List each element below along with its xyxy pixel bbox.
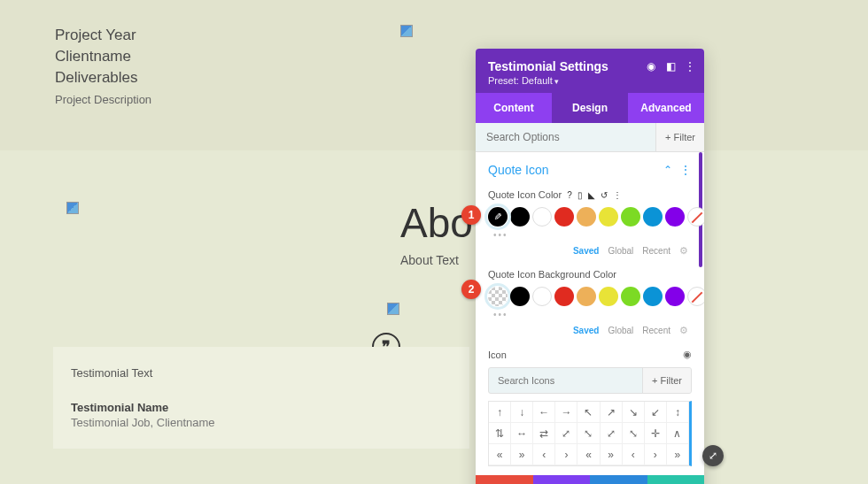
swatch-yellow[interactable] [599, 287, 618, 306]
icon-option[interactable]: ⇅ [489, 423, 511, 444]
swatch-none[interactable] [687, 207, 704, 227]
label-icon: Icon [488, 350, 507, 360]
help-icon[interactable]: ? [567, 190, 572, 200]
swatch-red[interactable] [554, 287, 574, 306]
tab-content[interactable]: Content [476, 93, 552, 123]
icon-option[interactable]: ↗ [601, 402, 623, 423]
focus-icon[interactable]: ◉ [646, 61, 656, 72]
redo-button[interactable]: ↻ [590, 475, 647, 484]
icon-option[interactable]: ← [533, 402, 555, 423]
swatch-blue[interactable] [643, 287, 663, 306]
swatch-black[interactable] [510, 207, 530, 227]
icon-option[interactable]: › [645, 444, 667, 465]
icon-option[interactable]: » [511, 444, 533, 465]
icon-option[interactable]: ↘ [623, 402, 645, 423]
save-button[interactable]: ✓ [647, 475, 705, 484]
more-icon[interactable]: ⋮ [613, 190, 622, 200]
swatch-orange[interactable] [577, 287, 596, 306]
close-button[interactable]: ✕ [476, 475, 533, 484]
broken-image-icon [400, 25, 413, 37]
swatch-eyedropper[interactable] [488, 207, 508, 227]
gear-icon[interactable]: ⚙ [679, 245, 688, 257]
icon-option[interactable]: » [667, 444, 689, 465]
swatch-green[interactable] [621, 207, 640, 227]
swatch-orange[interactable] [577, 207, 596, 227]
reset-icon[interactable]: ↺ [601, 190, 608, 200]
panel-header-actions: ◉ ◧ ⋮ [646, 61, 695, 72]
snap-icon[interactable]: ◧ [665, 61, 676, 72]
icon-option[interactable]: ↙ [645, 402, 667, 423]
tab-advanced[interactable]: Advanced [628, 93, 704, 123]
icon-option[interactable]: ⤡ [577, 423, 600, 444]
label-quote-icon-color: Quote Icon Color [488, 189, 562, 200]
search-options-row: + Filter [476, 123, 704, 152]
resize-handle-icon[interactable]: ⤢ [702, 445, 724, 466]
annotation-badge-2: 2 [461, 280, 481, 299]
icon-option[interactable]: › [555, 444, 577, 465]
icon-option[interactable]: ⤢ [601, 423, 623, 444]
swatch-expand[interactable]: ••• [488, 230, 692, 240]
swatch-transparent[interactable] [488, 287, 508, 306]
section-more-icon[interactable]: ⋮ [679, 163, 692, 177]
swatch-purple[interactable] [665, 207, 685, 227]
section-quote-icon: Quote Icon ⌃ ⋮ Quote Icon Color ? ▯ ◣ ↺ … [476, 152, 704, 336]
chevron-up-icon[interactable]: ⌃ [663, 164, 672, 176]
swatch-none[interactable] [687, 287, 704, 306]
swatch-blue[interactable] [643, 207, 663, 227]
dynamic-icon[interactable]: ◉ [683, 349, 692, 360]
testimonial-job: Testimonial Job, Clientname [71, 416, 452, 429]
swatch-white[interactable] [532, 287, 552, 306]
palette-tab-global[interactable]: Global [608, 246, 633, 256]
swatch-white[interactable] [532, 207, 552, 227]
panel-tabs: Content Design Advanced [476, 93, 704, 123]
icon-option[interactable]: » [601, 444, 623, 465]
palette-tab-saved[interactable]: Saved [573, 246, 599, 256]
icon-filter-button[interactable]: + Filter [642, 368, 691, 393]
search-options-input[interactable] [476, 123, 655, 151]
swatch-green[interactable] [621, 287, 640, 306]
icon-option[interactable]: → [555, 402, 577, 423]
palette-tab-recent[interactable]: Recent [642, 326, 670, 335]
palette-tab-recent[interactable]: Recent [642, 246, 670, 256]
about-heading: Abo [400, 199, 473, 247]
icon-option[interactable]: ↕ [667, 402, 689, 423]
filter-button[interactable]: + Filter [655, 123, 704, 151]
gear-icon[interactable]: ⚙ [679, 325, 688, 336]
panel-preset[interactable]: Preset: Default [488, 75, 692, 86]
panel-header[interactable]: Testimonial Settings Preset: Default ◉ ◧… [476, 49, 704, 93]
icon-option[interactable]: ⤢ [555, 423, 577, 444]
icon-option[interactable]: ‹ [623, 444, 645, 465]
testimonial-module[interactable]: Testimonial Text Testimonial Name Testim… [53, 347, 469, 449]
icon-option[interactable]: ↓ [511, 402, 533, 423]
undo-button[interactable]: ↺ [533, 475, 591, 484]
icon-option[interactable]: ‹ [533, 444, 555, 465]
phone-icon[interactable]: ▯ [577, 190, 583, 200]
icon-picker-grid: ↑↓←→↖↗↘↙↕⇅↔⇄⤢⤡⤢⤡✛∧«»‹›«»‹›» [488, 401, 692, 466]
testimonial-text: Testimonial Text [71, 366, 452, 380]
tab-design[interactable]: Design [552, 93, 628, 123]
icon-option[interactable]: ✛ [645, 423, 667, 444]
icon-search-input[interactable] [489, 368, 642, 393]
icon-option[interactable]: « [489, 444, 511, 465]
icon-option[interactable]: ↔ [511, 423, 533, 444]
icon-option[interactable]: ⇄ [533, 423, 555, 444]
panel-body: Quote Icon ⌃ ⋮ Quote Icon Color ? ▯ ◣ ↺ … [476, 152, 704, 484]
swatch-expand[interactable]: ••• [488, 310, 692, 319]
swatch-yellow[interactable] [599, 207, 618, 227]
palette-tab-saved[interactable]: Saved [573, 326, 599, 335]
panel-action-bar: ✕ ↺ ↻ ✓ [476, 475, 704, 484]
project-description: Project Description [55, 93, 151, 106]
palette-tab-global[interactable]: Global [608, 326, 633, 335]
icon-option[interactable]: ↑ [489, 402, 511, 423]
swatch-red[interactable] [554, 207, 574, 227]
swatch-purple[interactable] [665, 287, 685, 306]
swatch-black[interactable] [510, 287, 530, 306]
more-icon[interactable]: ⋮ [685, 61, 695, 72]
icon-option[interactable]: « [577, 444, 600, 465]
section-title-quote-icon[interactable]: Quote Icon [488, 163, 549, 177]
about-text: About Text [400, 253, 459, 267]
hover-icon[interactable]: ◣ [588, 190, 595, 200]
icon-option[interactable]: ⤡ [623, 423, 645, 444]
icon-option[interactable]: ∧ [667, 423, 689, 444]
icon-option[interactable]: ↖ [577, 402, 600, 423]
